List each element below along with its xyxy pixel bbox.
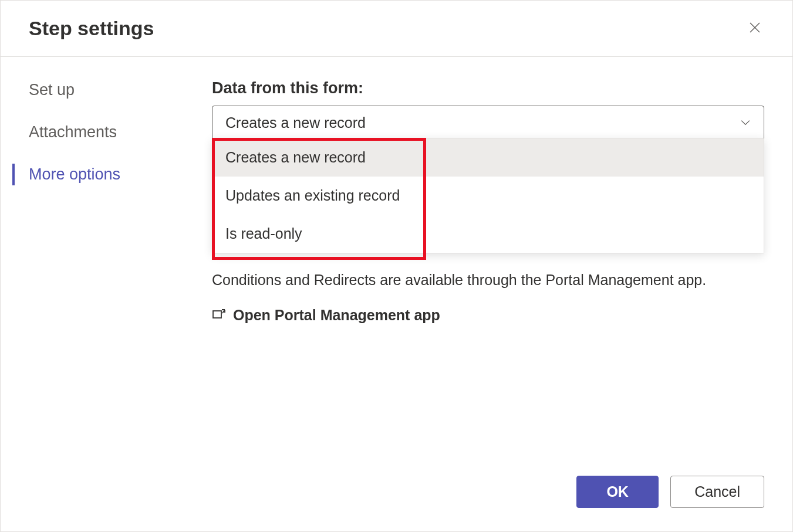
content-area: Data from this form: Creates a new recor… [212,79,792,462]
ok-button[interactable]: OK [576,476,659,508]
dialog-title: Step settings [29,17,154,40]
info-text: Conditions and Redirects are available t… [212,269,764,292]
sidebar-item-attachments[interactable]: Attachments [22,121,212,144]
step-settings-dialog: Step settings Set up Attachments More op… [0,0,793,532]
dialog-body: Set up Attachments More options Data fro… [1,57,792,462]
dialog-footer: OK Cancel [1,462,792,531]
dropdown-option-updates-existing[interactable]: Updates an existing record [212,177,764,215]
open-portal-management-link[interactable]: Open Portal Management app [212,307,764,324]
sidebar: Set up Attachments More options [1,79,212,462]
close-button[interactable] [745,19,764,38]
external-link-icon [212,308,226,322]
sidebar-item-more-options[interactable]: More options [12,164,212,186]
dialog-header: Step settings [1,1,792,57]
link-text: Open Portal Management app [233,307,440,324]
field-label-data-from-form: Data from this form: [212,79,764,97]
dropdown-option-creates-new[interactable]: Creates a new record [212,138,764,177]
dropdown-option-read-only[interactable]: Is read-only [212,215,764,253]
close-icon [748,21,762,37]
sidebar-item-setup[interactable]: Set up [22,79,212,101]
select-value: Creates a new record [225,114,366,131]
chevron-down-icon [740,114,751,131]
cancel-button[interactable]: Cancel [670,476,764,508]
data-from-form-select[interactable]: Creates a new record [212,106,764,140]
svg-rect-2 [213,311,221,318]
dropdown-menu: Creates a new record Updates an existing… [212,138,764,253]
